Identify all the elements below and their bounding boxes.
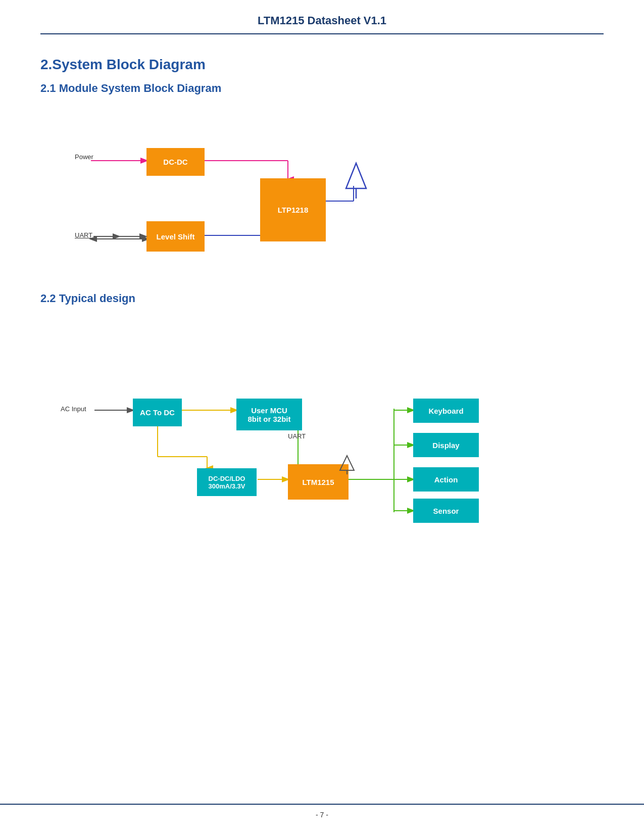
usermcu-block: User MCU 8bit or 32bit <box>236 399 302 430</box>
dcdcldo-block: DC-DC/LDO 300mA/3.3V <box>197 468 257 496</box>
sensor-block: Sensor <box>413 499 479 523</box>
ltp1218-block: LTP1218 <box>260 178 326 241</box>
svg-marker-28 <box>340 456 354 470</box>
antenna-icon <box>343 161 369 201</box>
dcdc-block: DC-DC <box>146 148 205 176</box>
action-block: Action <box>413 467 479 492</box>
actodc-block: AC To DC <box>133 399 182 426</box>
svg-marker-10 <box>346 163 366 188</box>
antenna2-icon <box>338 454 356 474</box>
diagram2-arrows <box>40 320 604 532</box>
display-block: Display <box>413 433 479 457</box>
acinput-label: AC Input <box>61 405 86 413</box>
uart-label: UART <box>75 231 92 239</box>
keyboard-block: Keyboard <box>413 399 479 423</box>
diagram2: AC Input AC To DC User MCU 8bit or 32bit… <box>40 320 604 532</box>
diagram1: Power DC-DC LTP1218 UART Level Shift <box>40 110 604 277</box>
power-label: Power <box>75 153 93 161</box>
header-title: LTM1215 Datasheet V1.1 <box>258 14 386 27</box>
subsection1-title: 2.1 Module System Block Diagram <box>40 82 604 95</box>
header: LTM1215 Datasheet V1.1 <box>40 0 604 34</box>
footer: - 7 - <box>0 804 644 819</box>
page-number: - 7 - <box>316 811 328 819</box>
section-title: 2.System Block Diagram <box>40 57 604 73</box>
levelshift-block: Level Shift <box>146 221 205 252</box>
page: LTM1215 Datasheet V1.1 2.System Block Di… <box>0 0 644 834</box>
subsection2-title: 2.2 Typical design <box>40 292 604 305</box>
uart2-label: UART <box>288 432 306 440</box>
